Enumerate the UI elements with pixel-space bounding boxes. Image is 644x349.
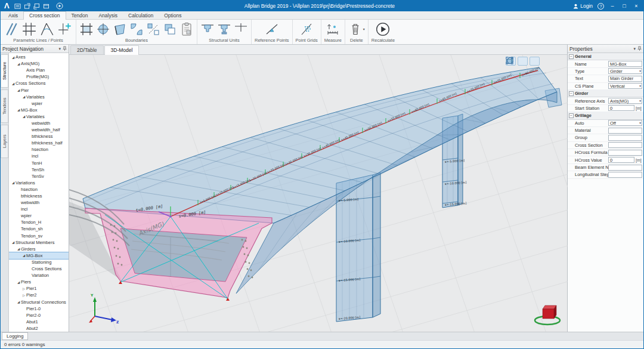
compass-widget[interactable] [535, 305, 560, 325]
boundary-frame-icon[interactable] [79, 21, 94, 37]
property-value-input[interactable] [608, 165, 642, 171]
tree-item-webwidth-half[interactable]: webwidth_half [9, 126, 69, 133]
login-button[interactable]: Login [573, 3, 593, 9]
angle-lines-icon[interactable] [39, 21, 55, 37]
tree-item-stationing[interactable]: Stationing [9, 259, 69, 265]
expander-open-icon[interactable]: ◢ [16, 108, 21, 112]
run-icon[interactable] [56, 2, 63, 10]
tree-item-incl[interactable]: incl [9, 206, 69, 212]
tree-item-profile-mg-[interactable]: Profile(MG) [9, 73, 69, 80]
tree-item-abut1[interactable]: Abut1 [9, 319, 69, 325]
expander-open-icon[interactable]: ◢ [11, 240, 16, 244]
tree-item-tensv[interactable]: TenSv [9, 173, 69, 180]
close-button[interactable]: × [633, 3, 640, 9]
tree-item-mg-box[interactable]: ◢MG-Box [9, 252, 69, 259]
property-value-input[interactable]: MG-Box [608, 61, 642, 67]
property-value-select[interactable]: Axis(MG)▾ [608, 98, 642, 104]
collapse-group-icon[interactable]: − [569, 113, 574, 118]
chevron-down-icon[interactable]: ▾ [639, 99, 642, 103]
tree-item-tendon-sh[interactable]: Tendon_sh [9, 226, 69, 232]
tab-axis[interactable]: Axis [3, 12, 23, 19]
boundary-circle-icon[interactable] [96, 21, 110, 37]
tree-item-pier2[interactable]: ▷Pier2 [9, 292, 69, 298]
expander-open-icon[interactable]: ◢ [11, 181, 16, 184]
logging-tab[interactable]: Logging [2, 332, 28, 340]
chevron-down-icon[interactable]: ▾ [58, 47, 61, 51]
property-value-select[interactable]: Vertical▾ [608, 83, 642, 89]
property-value-input[interactable]: 0 [608, 157, 634, 163]
expander-open-icon[interactable]: ◢ [11, 82, 16, 85]
property-value-input[interactable]: 0 [608, 105, 634, 111]
delete-icon[interactable]: ▾ [348, 21, 365, 37]
tab-options[interactable]: Options [159, 12, 187, 19]
property-value-input[interactable] [608, 142, 642, 148]
tree-item-axis-plan[interactable]: Axis Plan [9, 67, 69, 73]
tab-2d-table[interactable]: 2D/Table [70, 45, 104, 54]
3d-canvas[interactable]: s=5.000 [m]s=10.000 [m]s=15.000 [m]s=20.… [69, 55, 567, 332]
tree-item-axis-mg-[interactable]: ◢Axis(MG) [9, 60, 69, 67]
side-tab-layers[interactable]: Layers [1, 125, 8, 158]
point-grid-icon[interactable] [299, 21, 314, 37]
tree-item-webwidth[interactable]: webwidth [9, 120, 69, 126]
tree-item-webwidth[interactable]: webwidth [9, 199, 69, 206]
tree-item-tenh[interactable]: TenH [9, 160, 69, 166]
new-window-icon[interactable] [43, 3, 49, 10]
fillet-icon[interactable] [129, 21, 144, 37]
parallel-lines-icon[interactable] [4, 21, 19, 37]
tree-item-axes[interactable]: ◢Axes [9, 54, 69, 60]
recalculate-icon[interactable] [375, 21, 391, 37]
orbit-icon[interactable] [541, 57, 552, 66]
tree-item-wpier[interactable]: wpier [9, 212, 69, 219]
tree-item-variations[interactable]: ◢Variations [9, 180, 69, 186]
chevron-down-icon[interactable]: ▾ [633, 47, 636, 51]
chevron-down-icon[interactable]: ▾ [639, 69, 642, 73]
tree-item-pier1-0[interactable]: Pier1-0 [9, 305, 69, 312]
expander-closed-icon[interactable]: ▷ [21, 287, 26, 291]
property-value-input[interactable] [608, 172, 642, 178]
tab-tendon[interactable]: Tendon [66, 12, 94, 19]
expander-open-icon[interactable]: ◢ [16, 280, 21, 284]
pin-icon[interactable] [63, 46, 67, 52]
hidden-view-icon[interactable] [530, 57, 540, 66]
connection-unit-icon[interactable] [234, 21, 248, 37]
3d-viewport-scene[interactable]: s=5.000 [m]s=10.000 [m]s=15.000 [m]s=20.… [69, 55, 568, 333]
tree-item-cross-sections[interactable]: ◢Cross Sections [9, 80, 69, 87]
wireframe-view-icon[interactable] [518, 57, 528, 66]
crossing-lines-icon[interactable] [21, 21, 37, 37]
chevron-down-icon[interactable]: ▾ [639, 84, 642, 88]
zoom-extents-icon[interactable] [553, 57, 564, 66]
tree-item-tendon-sv[interactable]: Tendon_sv [9, 233, 69, 239]
maximize-button[interactable]: □ [621, 3, 628, 9]
tree-item-bthickness-half[interactable]: bthickness_half [9, 140, 69, 146]
tree-item-hsection[interactable]: hsection [9, 146, 69, 153]
collapse-group-icon[interactable]: − [569, 91, 574, 96]
overlap-squares-icon[interactable] [163, 21, 177, 37]
property-value-input[interactable] [608, 128, 642, 134]
tree-item-pier1[interactable]: ▷Pier1 [9, 285, 69, 292]
reference-point-icon[interactable] [265, 21, 279, 37]
property-value-input[interactable] [608, 135, 642, 141]
tree-item-variables[interactable]: ◢Variables [9, 94, 69, 100]
expander-open-icon[interactable]: ◢ [16, 62, 21, 66]
dock-window-icon[interactable] [33, 3, 40, 10]
float-window-icon[interactable] [24, 3, 30, 10]
property-value-input[interactable] [608, 150, 642, 156]
girder-unit-icon[interactable] [200, 21, 215, 37]
expander-open-icon[interactable]: ◢ [16, 300, 21, 304]
point-marker-icon[interactable] [57, 21, 73, 37]
help-button[interactable]: ? [597, 3, 604, 10]
collapse-group-icon[interactable]: − [569, 54, 574, 59]
expander-open-icon[interactable]: ◢ [21, 254, 26, 257]
tab-cross-section[interactable]: Cross section [23, 11, 66, 20]
tab-calculation[interactable]: Calculation [123, 12, 159, 19]
expander-open-icon[interactable]: ◢ [21, 95, 26, 98]
expander-open-icon[interactable]: ◢ [11, 55, 16, 59]
tree-item-variables[interactable]: ◢Variables [9, 113, 69, 120]
tree-item-mg-box[interactable]: ◢MG-Box [9, 107, 69, 113]
tree-item-abut2[interactable]: Abut2 [9, 325, 69, 332]
tree-item-cross-sections[interactable]: Cross Sections [9, 265, 69, 272]
menu-icon[interactable] [14, 3, 21, 10]
tree-item-incl[interactable]: incl [9, 153, 69, 159]
clipboard-icon[interactable] [179, 21, 194, 37]
pier-unit-icon[interactable] [217, 21, 231, 37]
